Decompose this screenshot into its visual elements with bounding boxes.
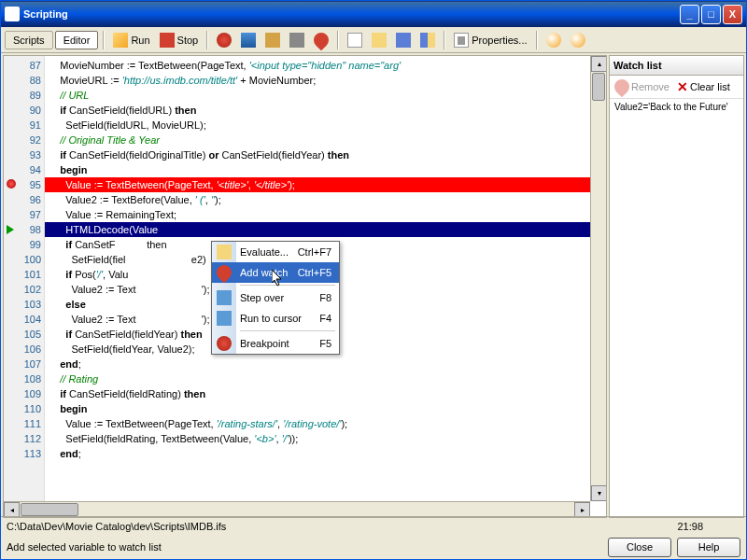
clear-watch-button[interactable]: ✕Clear list bbox=[674, 77, 733, 96]
scroll-up-button[interactable]: ▴ bbox=[591, 56, 607, 72]
window-title: Scripting bbox=[23, 8, 680, 20]
breakpoint-button[interactable] bbox=[213, 31, 235, 49]
saveas-button[interactable] bbox=[416, 31, 439, 49]
evaluate-icon bbox=[217, 245, 232, 259]
new-button[interactable] bbox=[344, 31, 366, 49]
scripting-window: Scripting _ □ X Scripts Editor Run Stop … bbox=[0, 0, 747, 560]
print-icon bbox=[289, 33, 304, 48]
breakpoint-marker[interactable] bbox=[7, 179, 16, 189]
clear-icon: ✕ bbox=[677, 80, 688, 93]
step-icon bbox=[241, 33, 256, 48]
menu-breakpoint[interactable]: BreakpointF5 bbox=[212, 333, 339, 354]
add-watch-icon bbox=[214, 262, 235, 284]
step-over-icon bbox=[217, 290, 232, 305]
run-icon bbox=[113, 33, 128, 48]
clipboard-icon bbox=[265, 33, 280, 48]
tab-editor[interactable]: Editor bbox=[55, 31, 99, 49]
breakpoint-icon bbox=[217, 33, 232, 48]
mouse-cursor bbox=[272, 270, 285, 288]
replace-icon bbox=[571, 33, 585, 48]
title-bar[interactable]: Scripting _ □ X bbox=[1, 1, 746, 27]
menu-breakpoint-icon bbox=[217, 336, 232, 351]
tab-scripts[interactable]: Scripts bbox=[5, 31, 53, 49]
scroll-down-button[interactable]: ▾ bbox=[591, 485, 607, 501]
watch-button[interactable] bbox=[310, 31, 332, 49]
pin-icon bbox=[311, 29, 332, 50]
close-button[interactable]: Close bbox=[608, 538, 671, 557]
remove-watch-button[interactable]: Remove bbox=[612, 77, 672, 96]
app-icon bbox=[5, 7, 20, 21]
vertical-scrollbar[interactable]: ▴ ▾ bbox=[590, 56, 606, 501]
status-path: C:\Data\Dev\Movie Catalog\dev\Scripts\IM… bbox=[7, 521, 640, 532]
remove-icon bbox=[612, 77, 633, 98]
find-button[interactable] bbox=[543, 31, 565, 49]
horizontal-scrollbar[interactable]: ◂ ▸ bbox=[4, 501, 590, 517]
watch-panel: Watch list Remove ✕Clear list Value2='Ba… bbox=[609, 55, 744, 518]
toolbar: Scripts Editor Run Stop Properties... bbox=[1, 27, 746, 53]
status-hint: Add selected variable to watch list bbox=[7, 541, 602, 553]
menu-run-to-cursor[interactable]: Run to cursorF4 bbox=[212, 308, 339, 329]
minimize-button[interactable]: _ bbox=[680, 5, 699, 24]
run-to-cursor-icon bbox=[217, 311, 232, 326]
current-line-arrow bbox=[7, 225, 14, 234]
new-icon bbox=[347, 33, 362, 48]
clipboard-button[interactable] bbox=[261, 31, 284, 49]
context-menu: Evaluate...Ctrl+F7 Add watchCtrl+F5 Step… bbox=[211, 241, 340, 355]
print-button[interactable] bbox=[286, 31, 308, 49]
maximize-button[interactable]: □ bbox=[701, 5, 721, 24]
menu-evaluate[interactable]: Evaluate...Ctrl+F7 bbox=[212, 242, 339, 262]
close-window-button[interactable]: X bbox=[723, 5, 742, 24]
save-icon bbox=[396, 33, 411, 48]
stop-icon bbox=[160, 33, 175, 48]
watch-title: Watch list bbox=[610, 56, 743, 76]
replace-button[interactable] bbox=[567, 31, 589, 49]
save-button[interactable] bbox=[392, 31, 415, 49]
status-bar: C:\Data\Dev\Movie Catalog\dev\Scripts\IM… bbox=[1, 516, 746, 535]
saveas-icon bbox=[420, 33, 435, 48]
step-button[interactable] bbox=[237, 31, 260, 49]
watch-item[interactable]: Value2='Back to the Future' bbox=[610, 99, 743, 115]
properties-icon bbox=[454, 33, 469, 48]
run-button[interactable]: Run bbox=[109, 31, 153, 49]
stop-button[interactable]: Stop bbox=[156, 31, 203, 49]
line-numbers: 8788899091929394959697989910010110210310… bbox=[21, 56, 45, 461]
breakpoint-margin[interactable] bbox=[4, 56, 21, 517]
open-button[interactable] bbox=[368, 31, 390, 49]
find-icon bbox=[546, 33, 561, 48]
bottom-bar: Add selected variable to watch list Clos… bbox=[1, 535, 746, 559]
menu-step-over[interactable]: Step overF8 bbox=[212, 287, 339, 308]
help-button[interactable]: Help bbox=[677, 538, 740, 557]
status-position: 21:98 bbox=[640, 521, 740, 532]
properties-button[interactable]: Properties... bbox=[450, 31, 530, 49]
open-icon bbox=[372, 33, 387, 48]
